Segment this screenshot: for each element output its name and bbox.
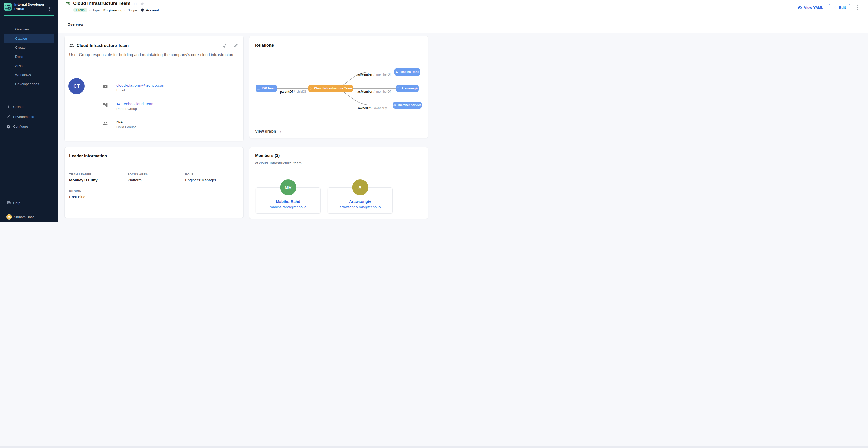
group-green-icon (65, 1, 71, 6)
child-groups-row: N/A Child Groups (103, 120, 136, 129)
parent-group-row: Techo Cloud Team Parent Group (103, 102, 154, 111)
view-graph-link[interactable]: View graph → (255, 129, 282, 134)
edge-label-hasmember-top: hasMember / memberOf (356, 73, 391, 76)
member-tile[interactable]: MR Mabihs Rahd mabihs.rahd@techo.io (255, 187, 321, 214)
member-name-link[interactable]: Arawsengiv (328, 199, 393, 204)
primary-nav: Overview Catalog Create Docs APIs Workfl… (0, 25, 58, 89)
groups-icon (116, 102, 120, 106)
sidebar-item-workflows[interactable]: Workflows (4, 70, 54, 79)
sidebar-divider (12, 98, 56, 98)
sync-icon[interactable] (222, 43, 227, 49)
member-tile[interactable]: A Arawsengiv arawsengiv.mh@techo.io (328, 187, 393, 214)
edge-label-parentof: parentOf / childOf (280, 90, 306, 94)
logo-icon (4, 3, 12, 11)
help-icon: ? (6, 201, 11, 205)
tab-bar: Overview (58, 15, 434, 33)
field-value: Platform (127, 178, 148, 182)
parent-group-name: Techo Cloud Team (122, 102, 154, 106)
graph-node-member-service[interactable]: member-service (393, 102, 422, 109)
sidebar-item-create-action[interactable]: Create (0, 102, 58, 112)
graph-node-idp-team[interactable]: IDP Team (255, 85, 277, 92)
plus-icon (6, 105, 11, 109)
groups-icon (69, 43, 74, 48)
type-label: Type : (93, 8, 101, 12)
copy-icon[interactable] (133, 2, 137, 6)
pencil-icon[interactable] (234, 43, 238, 49)
members-title: Members (2) (255, 153, 280, 158)
parent-group-link[interactable]: Techo Cloud Team (116, 102, 154, 106)
sidebar-item-environments[interactable]: Environments (0, 112, 58, 122)
node-label: Cloud Infrastructure Team (314, 87, 352, 90)
sidebar-item-label: Create (13, 105, 24, 109)
user-menu[interactable]: SD Shibam Dhar (0, 213, 58, 220)
brand-underline (4, 15, 54, 16)
member-email-link[interactable]: arawsengiv.mh@techo.io (328, 205, 393, 209)
relations-graph: IDP Team Cloud Infrastructure Team Mabih… (249, 36, 428, 138)
help-button[interactable]: ? Help (0, 199, 58, 206)
members-card: Members (2) of cloud_infrastructure_team… (249, 147, 428, 219)
sidebar-item-overview[interactable]: Overview (4, 25, 54, 34)
graph-node-mabihs-rahd[interactable]: Mabihs Rahd (395, 68, 420, 75)
email-label: Email (116, 89, 165, 92)
edge-label-ownerof: ownerOf / ownedBy (358, 106, 386, 110)
field-value: Engineer Manager (185, 178, 216, 182)
email-icon (103, 84, 108, 89)
groups-icon (257, 87, 260, 90)
leader-card-title: Leader Information (69, 154, 107, 158)
tree-icon (103, 103, 108, 108)
member-name-link[interactable]: Mabihs Rahd (256, 199, 320, 204)
graph-node-arawsengiv[interactable]: Arawsengiv (396, 85, 418, 92)
field-team-leader: TEAM LEADER Monkey D Luffy (69, 173, 98, 182)
parent-group-label: Parent Group (116, 107, 154, 111)
hexagons-icon (6, 115, 11, 119)
sidebar: Internal Developer Portal Overview Catal… (0, 0, 58, 222)
brand: Internal Developer Portal (4, 3, 45, 11)
field-label: TEAM LEADER (69, 173, 98, 176)
content: Cloud Infrastructure Team User Group res… (58, 34, 434, 224)
sidebar-item-label: Environments (13, 115, 34, 119)
avatar: MR (280, 180, 296, 195)
avatar: A (352, 180, 368, 195)
gear-icon (6, 124, 11, 129)
sidebar-item-configure[interactable]: Configure (0, 122, 58, 131)
team-email-link[interactable]: cloud-platform@techco.com (116, 83, 165, 88)
team-info-card: Cloud Infrastructure Team User Group res… (64, 36, 244, 141)
child-groups-label: Child Groups (116, 125, 136, 129)
field-value: Monkey D Luffy (69, 178, 98, 182)
relations-card: Relations IDP Team (249, 36, 428, 138)
dot-separator: • (124, 9, 125, 12)
sidebar-item-create[interactable]: Create (4, 43, 54, 52)
apps-grid-icon[interactable] (48, 7, 52, 11)
scope-value: Account (146, 8, 159, 12)
team-description: User Group responsible for building and … (69, 51, 237, 59)
node-label: Mabihs Rahd (400, 70, 419, 74)
star-icon[interactable] (140, 1, 145, 6)
node-label: IDP Team (262, 87, 276, 90)
sidebar-item-label: Configure (13, 125, 28, 128)
sidebar-item-catalog[interactable]: Catalog (4, 34, 54, 43)
dot-separator: • (90, 9, 91, 12)
leader-information-card: Leader Information TEAM LEADER Monkey D … (64, 147, 244, 218)
page-title: Cloud Infrastructure Team (73, 1, 130, 6)
edge-label-hasmember-right: hasMember / memberOf (356, 90, 391, 94)
node-label: Arawsengiv (401, 87, 418, 90)
graph-node-cloud-infrastructure-team[interactable]: Cloud Infrastructure Team (308, 85, 353, 92)
brand-name: Internal Developer Portal (14, 3, 45, 11)
members-subtitle: of cloud_infrastructure_team (255, 161, 302, 165)
view-graph-label: View graph (255, 129, 276, 133)
sidebar-item-apis[interactable]: APIs (4, 61, 54, 70)
team-card-title: Cloud Infrastructure Team (76, 43, 128, 48)
user-name: Shibam Dhar (14, 215, 34, 219)
field-label: ROLE (185, 173, 216, 176)
scope-label: Scope : (127, 8, 139, 12)
secondary-nav: Create Environments Configure (0, 102, 58, 131)
groups-icon (309, 87, 313, 90)
groups-icon (103, 121, 108, 126)
avatar: SD (6, 214, 12, 220)
sidebar-item-developer-docs[interactable]: Developer docs (4, 79, 54, 89)
person-icon (396, 70, 399, 74)
arrow-right-icon: → (278, 129, 282, 134)
tab-overview[interactable]: Overview (64, 15, 87, 33)
sidebar-item-docs[interactable]: Docs (4, 52, 54, 61)
member-email-link[interactable]: mabihs.rahd@techo.io (256, 205, 320, 209)
